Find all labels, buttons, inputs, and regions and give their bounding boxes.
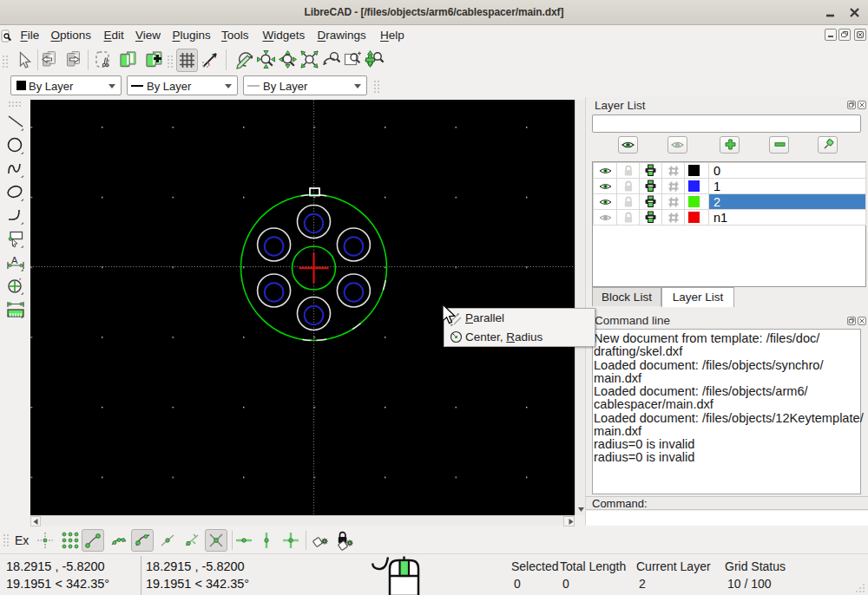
svg-text:A: A [11,255,18,265]
